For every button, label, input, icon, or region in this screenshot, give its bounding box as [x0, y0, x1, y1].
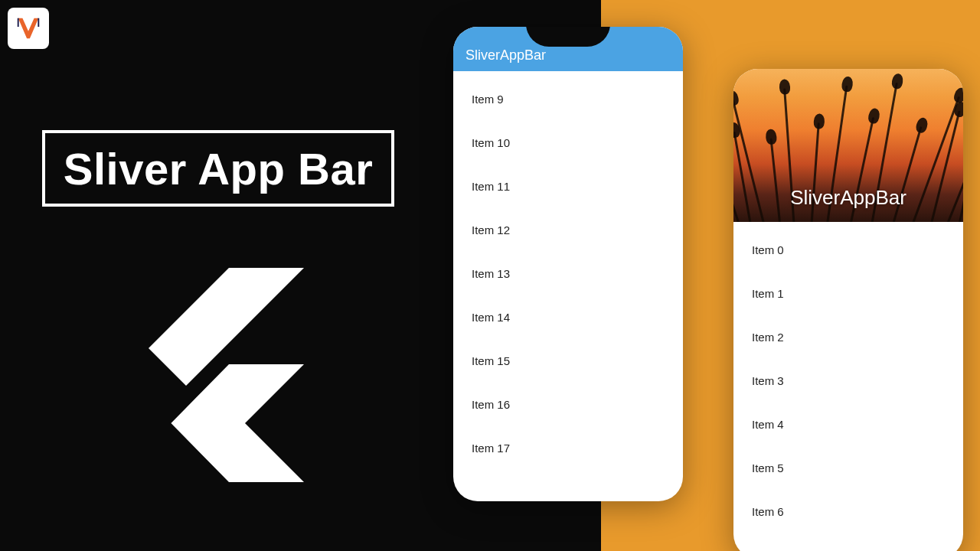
page-title: Sliver App Bar — [64, 143, 374, 194]
item-list-expanded[interactable]: Item 0Item 1Item 2Item 3Item 4Item 5Item… — [733, 222, 963, 540]
list-item[interactable]: Item 12 — [453, 208, 683, 252]
title-frame: Sliver App Bar — [42, 130, 394, 207]
list-item[interactable]: Item 2 — [733, 315, 963, 359]
phone-notch — [526, 27, 610, 47]
phone-mockup-collapsed: SliverAppBar Item 9Item 10Item 11Item 12… — [453, 27, 683, 501]
list-item[interactable]: Item 11 — [453, 165, 683, 208]
list-item[interactable]: Item 5 — [733, 446, 963, 490]
list-item[interactable]: Item 14 — [453, 295, 683, 339]
thumbnail-stage: Sliver App Bar SliverAppBar Item 9Item 1… — [0, 0, 980, 551]
app-bar-expanded[interactable]: SliverAppBar — [733, 69, 963, 222]
list-item[interactable]: Item 16 — [453, 383, 683, 426]
list-item[interactable]: Item 1 — [733, 272, 963, 315]
list-item[interactable]: Item 10 — [453, 121, 683, 165]
channel-logo — [8, 8, 49, 49]
phone-mockup-expanded: SliverAppBar Item 0Item 1Item 2Item 3Ite… — [733, 69, 963, 551]
app-bar-title: SliverAppBar — [466, 47, 546, 64]
list-item[interactable]: Item 17 — [453, 426, 683, 470]
flutter-logo-icon — [130, 268, 306, 482]
monogram-icon — [14, 14, 43, 43]
list-item[interactable]: Item 13 — [453, 252, 683, 295]
list-item[interactable]: Item 3 — [733, 359, 963, 403]
list-item[interactable]: Item 4 — [733, 403, 963, 446]
list-item[interactable]: Item 6 — [733, 490, 963, 533]
item-list-collapsed[interactable]: Item 9Item 10Item 11Item 12Item 13Item 1… — [453, 71, 683, 476]
app-bar-title: SliverAppBar — [733, 186, 963, 210]
list-item[interactable]: Item 9 — [453, 77, 683, 121]
list-item[interactable]: Item 15 — [453, 339, 683, 383]
svg-marker-1 — [171, 364, 304, 482]
list-item[interactable]: Item 0 — [733, 228, 963, 272]
